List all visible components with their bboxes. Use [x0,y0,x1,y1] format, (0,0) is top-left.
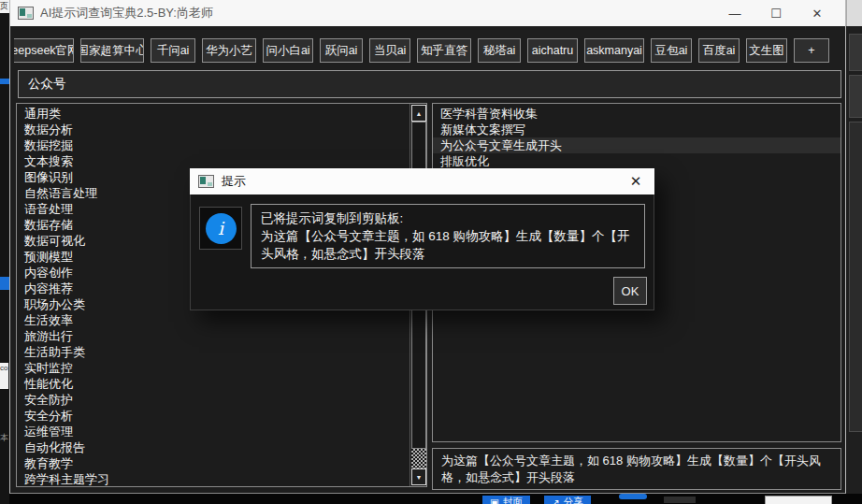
dialog-message-body: 为这篇【公众号文章主题，如 618 购物攻略】生成【数量】个【开头风格，如悬念式… [261,227,635,263]
category-item[interactable]: 性能优化 [17,376,409,392]
background-fragment [849,34,862,71]
tab-huawei[interactable]: 华为小艺 [202,38,256,63]
dialog-close-icon[interactable]: ✕ [625,173,646,190]
tab-askmanyai[interactable]: askmanyai [584,38,644,63]
category-item[interactable]: 跨学科主题学习 [17,471,409,486]
dialog-body: i 已将提示词复制到剪贴板: 为这篇【公众号文章主题，如 618 购物攻略】生成… [190,194,654,310]
dialog-message-intro: 已将提示词复制到剪贴板: [261,209,635,227]
prompt-item-selected[interactable]: 为公众号文章生成开头 [433,137,840,153]
background-fragment: 本 [0,432,9,445]
category-item[interactable]: 数据分析 [17,122,409,137]
background-fragment [0,277,9,290]
category-item[interactable]: 安全防护 [17,392,409,408]
dialog-titlebar: 提示 ✕ [190,168,654,194]
app-icon [18,7,34,20]
search-input[interactable] [18,70,841,98]
tab-qianwen[interactable]: 千问ai [151,38,195,63]
background-window-right-sliver [846,0,862,504]
background-fragment [849,75,862,118]
category-item[interactable]: 安全分析 [17,408,409,424]
scroll-up-icon[interactable]: ▲ [411,105,426,122]
tab-supercomputing[interactable]: 国家超算中心 [80,38,144,63]
background-fragment: 页 [0,0,9,13]
share-icon: ↗ [552,497,560,504]
dialog-icon [198,175,214,188]
cover-icon: ▣ [490,497,499,504]
background-fragment [619,494,647,499]
tab-zhihu[interactable]: 知乎直答 [417,38,471,63]
ok-button[interactable]: OK [613,277,647,305]
dialog-title: 提示 [222,173,625,190]
category-item[interactable]: 生活助手类 [17,344,409,360]
category-item[interactable]: 生活效率 [17,312,409,328]
background-window-bottom-sliver: ▣ 封面 ↗ 分享 [9,494,862,504]
maximize-button[interactable]: ☐ [755,1,797,25]
category-item[interactable]: 旅游出行 [17,328,409,344]
tab-aichatru[interactable]: aichatru [527,38,578,63]
category-item[interactable]: 文本搜索 [17,153,409,169]
background-fragment [0,79,9,84]
share-button[interactable]: ↗ 分享 [544,496,591,504]
window-controls: — ☐ ✕ [714,1,838,25]
background-window-left-sliver: 页 co 本 [0,0,9,504]
category-item[interactable]: 教育教学 [17,455,409,471]
info-icon-frame: i [199,207,242,250]
cover-label: 封面 [503,496,523,504]
ai-site-tabbar: deepseek官网 国家超算中心 千问ai 华为小艺 问小白ai 跃问ai 当… [14,38,843,65]
tab-yuewen[interactable]: 跃问ai [320,38,363,63]
category-item[interactable]: 自动化报告 [17,439,409,455]
tab-dangbei[interactable]: 当贝ai [369,38,410,63]
prompt-item[interactable]: 医学科普资料收集 [433,106,840,122]
tab-mita[interactable]: 秘塔ai [478,38,521,63]
category-item[interactable]: 实时监控 [17,360,409,376]
share-label: 分享 [564,496,583,504]
window-title: AI提示词查询宝典2.5-BY:尚老师 [40,5,714,22]
background-fragment [846,0,862,26]
minimize-button[interactable]: — [714,1,755,25]
close-button[interactable]: ✕ [797,1,838,25]
window-titlebar: AI提示词查询宝典2.5-BY:尚老师 — ☐ ✕ [10,0,845,26]
prompt-item[interactable]: 新媒体文案撰写 [433,122,840,137]
notice-dialog: 提示 ✕ i 已将提示词复制到剪贴板: 为这篇【公众号文章主题，如 618 购物… [190,168,654,310]
scroll-down-icon[interactable]: ▼ [411,468,426,485]
dialog-message: 已将提示词复制到剪贴板: 为这篇【公众号文章主题，如 618 购物攻略】生成【数… [251,204,645,268]
background-fragment: co [0,363,8,389]
tab-add-button[interactable]: + [794,38,829,63]
tab-wenxiaobai[interactable]: 问小白ai [263,38,313,63]
screen: 页 co 本 AI提示词查询宝典2.5-BY:尚老师 — ☐ ✕ deepsee… [0,0,862,504]
cover-button[interactable]: ▣ 封面 [482,496,530,504]
prompt-item[interactable]: 排版优化 [433,153,840,169]
background-fragment [664,497,696,503]
tab-doubao[interactable]: 豆包ai [651,38,692,63]
category-item[interactable]: 运维管理 [17,424,409,439]
tab-wenshengtu[interactable]: 文生图 [746,38,787,63]
background-fragment [765,496,832,504]
prompt-preview-box[interactable]: 为这篇【公众号文章主题，如 618 购物攻略】生成【数量】个【开头风格，如悬念式… [432,448,841,490]
category-item[interactable]: 通用类 [17,106,409,122]
category-item[interactable]: 数据挖掘 [17,137,409,153]
info-icon: i [206,213,237,244]
scrollbar-track[interactable] [411,449,426,469]
tab-deepseek[interactable]: deepseek官网 [14,38,74,63]
background-fragment [849,122,862,432]
tab-baidu[interactable]: 百度ai [698,38,740,63]
